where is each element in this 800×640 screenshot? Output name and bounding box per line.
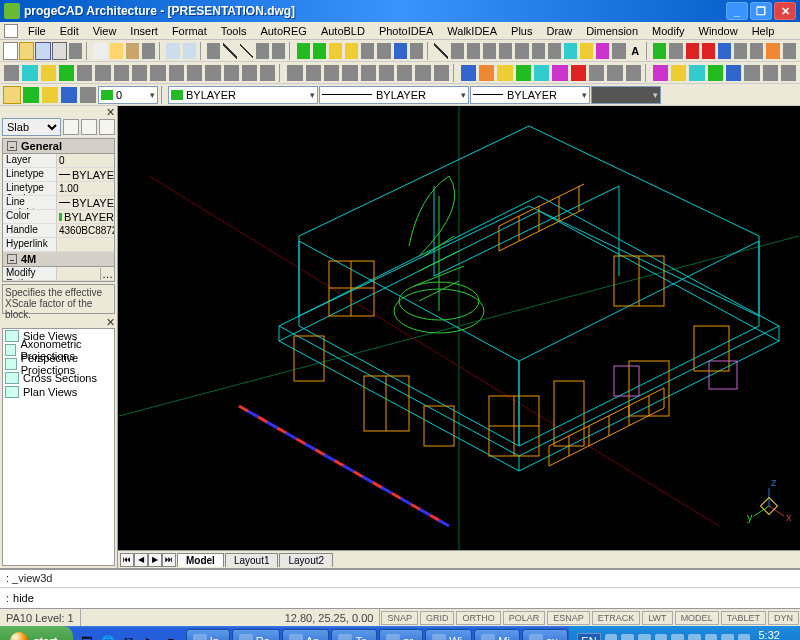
save-icon[interactable] [35, 42, 50, 60]
linetype-combo[interactable]: BYLAYER ▾ [319, 86, 469, 104]
tab-nav-last-icon[interactable]: ⏭ [162, 553, 176, 567]
prop-group-general[interactable]: –General [3, 139, 114, 154]
task-button[interactable]: Ap... [282, 629, 330, 640]
regen-icon[interactable] [409, 42, 424, 60]
snap-set-icon[interactable] [433, 64, 450, 82]
status-grid[interactable]: GRID [420, 611, 455, 625]
chamfer-icon[interactable] [241, 64, 258, 82]
print-icon[interactable] [52, 42, 67, 60]
ql-media-icon[interactable]: ▶ [140, 630, 160, 640]
column-icon[interactable] [551, 64, 568, 82]
status-lwt[interactable]: LWT [642, 611, 672, 625]
view-item-plan[interactable]: Plan Views [3, 385, 114, 399]
spline-icon[interactable] [514, 42, 529, 60]
wall-icon[interactable] [460, 64, 477, 82]
layercol-icon[interactable] [79, 86, 97, 104]
tab-nav-prev-icon[interactable]: ◀ [134, 553, 148, 567]
menu-view[interactable]: View [87, 24, 123, 38]
prop-row-modify[interactable]: Modify Enti...… [3, 267, 114, 281]
properties-close-icon[interactable]: ✕ [106, 106, 115, 116]
break-icon[interactable] [204, 64, 221, 82]
layerlck-icon[interactable] [60, 86, 78, 104]
tray-icon[interactable] [638, 634, 651, 640]
door-icon[interactable] [478, 64, 495, 82]
snap-int-icon[interactable] [323, 64, 340, 82]
help-icon[interactable] [782, 42, 797, 60]
new-icon[interactable] [3, 42, 18, 60]
tab-layout1[interactable]: Layout1 [225, 553, 279, 567]
tray-icon[interactable] [605, 634, 618, 640]
status-esnap[interactable]: ESNAP [547, 611, 590, 625]
snap-nea-icon[interactable] [396, 64, 413, 82]
drawline-icon[interactable] [433, 42, 448, 60]
status-dyn[interactable]: DYN [768, 611, 799, 625]
trim-icon[interactable] [168, 64, 185, 82]
extend-icon[interactable] [186, 64, 203, 82]
grid2-icon[interactable] [701, 42, 716, 60]
ql-app-icon[interactable]: ■ [161, 630, 181, 640]
snap-non-icon[interactable] [414, 64, 431, 82]
status-tablet[interactable]: TABLET [721, 611, 766, 625]
bold-icon[interactable]: A [628, 42, 643, 60]
minimize-button[interactable]: _ [726, 2, 748, 20]
block-icon[interactable] [595, 42, 610, 60]
menu-autobld[interactable]: AutoBLD [315, 24, 371, 38]
redo-icon[interactable] [182, 42, 197, 60]
circle-icon[interactable] [466, 42, 481, 60]
menu-tools[interactable]: Tools [215, 24, 253, 38]
menu-insert[interactable]: Insert [124, 24, 164, 38]
offset-icon[interactable] [58, 64, 75, 82]
close-button[interactable]: ✕ [774, 2, 796, 20]
task-button[interactable]: su... [522, 629, 568, 640]
opening-icon[interactable] [606, 64, 623, 82]
scale-icon[interactable] [131, 64, 148, 82]
ql-ie-icon[interactable]: 🌐 [98, 630, 118, 640]
menu-photoidea[interactable]: PhotoIDEA [373, 24, 439, 38]
start-button[interactable]: start [0, 626, 73, 640]
match-icon[interactable] [141, 42, 156, 60]
snap-end-icon[interactable] [286, 64, 303, 82]
layeron-icon[interactable] [22, 86, 40, 104]
roof-icon[interactable] [515, 64, 532, 82]
prop-row-ltscale[interactable]: Linetype Scale1.00 [3, 182, 114, 196]
menu-draw[interactable]: Draw [540, 24, 578, 38]
stair-icon[interactable] [533, 64, 550, 82]
status-snap[interactable]: SNAP [381, 611, 418, 625]
grid-icon[interactable] [685, 42, 700, 60]
rotate-icon[interactable] [113, 64, 130, 82]
lineweight-combo[interactable]: BYLAYER ▾ [470, 86, 590, 104]
viewport-3d[interactable]: x y z ⏮ ◀ ▶ ⏭ Model Layout1 Layout2 [118, 106, 800, 568]
tool-c-icon[interactable] [271, 42, 286, 60]
layer-current-combo[interactable]: 0▾ [98, 86, 158, 104]
shade-icon[interactable] [762, 64, 779, 82]
snap-per-icon[interactable] [360, 64, 377, 82]
stretch-icon[interactable] [149, 64, 166, 82]
open-icon[interactable] [19, 42, 34, 60]
pickadd-icon[interactable] [81, 119, 97, 135]
layermgr-icon[interactable] [3, 86, 21, 104]
pline-icon[interactable] [239, 42, 254, 60]
status-polar[interactable]: POLAR [503, 611, 546, 625]
zoomext-icon[interactable] [376, 42, 391, 60]
tool-b-icon[interactable] [255, 42, 270, 60]
tray-lang[interactable]: EN [577, 633, 600, 640]
selectobj-icon[interactable] [99, 119, 115, 135]
menu-dimension[interactable]: Dimension [580, 24, 644, 38]
hide-icon[interactable] [743, 64, 760, 82]
undo-icon[interactable] [165, 42, 180, 60]
prop-group-4m[interactable]: –4M [3, 252, 114, 267]
snap-cen-icon[interactable] [341, 64, 358, 82]
snap-tan-icon[interactable] [378, 64, 395, 82]
layers-icon[interactable] [717, 42, 732, 60]
info-icon[interactable] [668, 42, 683, 60]
copy2-icon[interactable] [21, 64, 38, 82]
prop-row-hyperlink[interactable]: Hyperlink [3, 238, 114, 252]
meas-icon[interactable] [652, 42, 667, 60]
beam-icon[interactable] [570, 64, 587, 82]
tab-nav-next-icon[interactable]: ▶ [148, 553, 162, 567]
walk-icon[interactable] [725, 64, 742, 82]
menu-help[interactable]: Help [746, 24, 781, 38]
prop-row-linetype[interactable]: LinetypeBYLAYE [3, 168, 114, 182]
lib-icon[interactable] [625, 64, 642, 82]
task-button[interactable]: In... [186, 629, 230, 640]
